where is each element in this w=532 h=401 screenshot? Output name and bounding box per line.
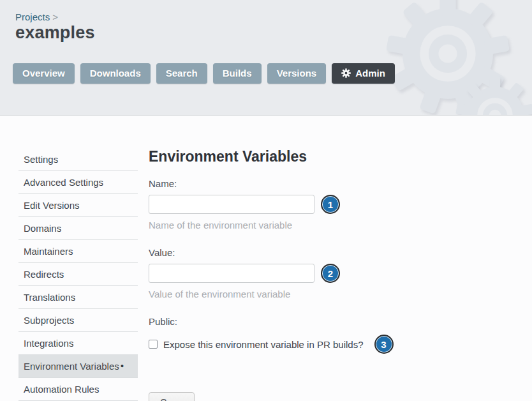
project-header: Projects > examples Overview Downloads S…	[0, 0, 532, 116]
public-checkbox-label: Expose this environment variable in PR b…	[163, 339, 364, 350]
tab-versions[interactable]: Versions	[267, 63, 327, 84]
sidebar-item-maintainers[interactable]: Maintainers	[18, 240, 138, 263]
page: Projects > examples Overview Downloads S…	[0, 0, 532, 401]
tab-overview[interactable]: Overview	[13, 63, 75, 84]
public-field-group: Public: Expose this environment variable…	[149, 316, 394, 354]
name-help-text: Name of the environment variable	[149, 220, 394, 231]
tab-search[interactable]: Search	[156, 63, 207, 84]
annotation-badge-2: 2	[321, 264, 340, 283]
sidebar-item-edit-versions[interactable]: Edit Versions	[18, 194, 138, 217]
name-field-group: Name: 1 Name of the environment variable	[149, 178, 394, 231]
breadcrumb-separator: >	[52, 11, 58, 22]
admin-sidebar: Settings Advanced Settings Edit Versions…	[18, 148, 138, 401]
content-area: Settings Advanced Settings Edit Versions…	[0, 116, 532, 401]
gear-icon	[341, 68, 351, 78]
sidebar-item-redirects[interactable]: Redirects	[18, 263, 138, 286]
tab-builds[interactable]: Builds	[213, 63, 262, 84]
save-button[interactable]: Save	[149, 392, 195, 401]
project-nav: Overview Downloads Search Builds Version…	[13, 63, 395, 84]
sidebar-item-domains[interactable]: Domains	[18, 217, 138, 240]
name-input[interactable]	[149, 195, 314, 214]
value-label: Value:	[149, 247, 394, 258]
tab-downloads[interactable]: Downloads	[80, 63, 151, 84]
gear-decoration-icon	[454, 74, 532, 116]
environment-variables-panel: Environment Variables Name: 1 Name of th…	[149, 148, 394, 401]
value-field-group: Value: 2 Value of the environment variab…	[149, 247, 394, 299]
public-label: Public:	[149, 316, 394, 327]
active-item-marker: ●	[121, 363, 124, 369]
name-label: Name:	[149, 178, 394, 189]
sidebar-item-subprojects[interactable]: Subprojects	[18, 309, 138, 332]
public-checkbox[interactable]	[149, 340, 158, 349]
breadcrumb: Projects >	[15, 11, 58, 22]
value-input[interactable]	[149, 264, 314, 283]
sidebar-item-automation-rules[interactable]: Automation Rules	[18, 378, 138, 401]
page-title: Environment Variables	[149, 148, 394, 165]
project-title: examples	[15, 23, 95, 43]
annotation-badge-1: 1	[321, 195, 340, 214]
sidebar-item-advanced-settings[interactable]: Advanced Settings	[18, 171, 138, 194]
annotation-badge-3: 3	[374, 335, 394, 354]
sidebar-item-translations[interactable]: Translations	[18, 286, 138, 309]
tab-admin-label: Admin	[355, 68, 385, 79]
breadcrumb-projects-link[interactable]: Projects	[15, 11, 50, 22]
sidebar-item-environment-variables[interactable]: Environment Variables ●	[18, 355, 138, 378]
sidebar-item-integrations[interactable]: Integrations	[18, 332, 138, 355]
value-help-text: Value of the environment variable	[149, 289, 394, 299]
tab-admin[interactable]: Admin	[332, 63, 395, 84]
sidebar-item-settings[interactable]: Settings	[18, 148, 138, 171]
